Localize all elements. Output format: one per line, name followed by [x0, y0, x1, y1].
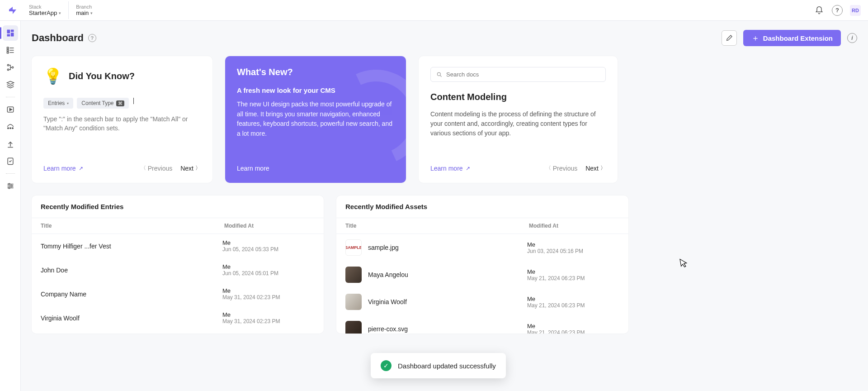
recent-assets-list[interactable]: SAMPLEsample.jpgMeJun 03, 2024 05:16 PMM… — [336, 234, 628, 334]
svg-point-24 — [8, 187, 9, 189]
item-title: sample.jpg — [368, 244, 527, 251]
svg-point-17 — [12, 128, 13, 129]
help-icon[interactable]: ? — [832, 5, 843, 16]
chevron-down-icon: ▾ — [90, 11, 93, 15]
docs-card: Content Modeling Content modeling is the… — [419, 56, 618, 183]
sidebar-item-tasks[interactable] — [3, 153, 18, 169]
svg-rect-4 — [7, 47, 8, 48]
recent-entries-list[interactable]: Tommy Hilfiger ...fer VestMeJun 05, 2024… — [32, 234, 324, 334]
svg-point-15 — [7, 128, 9, 129]
modified-at: May 21, 2024 06:23 PM — [527, 275, 618, 281]
item-meta: MeMay 31, 2024 02:23 PM — [222, 311, 313, 324]
modified-by: Me — [527, 268, 618, 275]
recent-entries-header: Recently Modified Entries — [32, 196, 324, 218]
item-title: pierre-cox.svg — [368, 325, 527, 333]
keyboard-icon: ⌘ — [116, 100, 124, 106]
svg-point-12 — [12, 67, 13, 68]
modified-at: Jun 03, 2024 05:16 PM — [527, 248, 618, 254]
chevron-left-icon: 〈 — [546, 164, 551, 172]
modified-by: Me — [222, 263, 313, 270]
sidebar-item-settings[interactable] — [3, 178, 18, 194]
item-meta: MeMay 21, 2024 06:23 PM — [527, 296, 618, 309]
list-item[interactable]: Virginia WoolfMeMay 31, 2024 02:23 PM — [32, 306, 322, 330]
svg-point-16 — [9, 128, 11, 129]
asset-thumbnail — [345, 294, 362, 310]
asset-thumbnail — [345, 267, 362, 283]
list-item[interactable]: Tommy Hilfiger ...fer VestMeJun 05, 2024… — [32, 234, 322, 258]
sidebar-separator — [6, 173, 15, 174]
help-icon[interactable]: ? — [88, 34, 96, 42]
learn-more-link[interactable]: Learn more↗ — [43, 165, 83, 172]
sidebar-item-upload[interactable] — [3, 136, 18, 152]
modified-at: May 31, 2024 02:23 PM — [222, 294, 313, 300]
list-item[interactable]: Maya AngelouMeMay 21, 2024 06:23 PM — [336, 261, 627, 288]
svg-rect-3 — [7, 34, 10, 37]
next-button[interactable]: Next〉 — [585, 164, 606, 172]
chevron-down-icon: ▾ — [67, 101, 69, 105]
item-title: Virginia Woolf — [41, 315, 222, 322]
sidebar-item-releases[interactable] — [3, 119, 18, 134]
list-item[interactable]: John DoeMeJun 05, 2024 05:01 PM — [32, 258, 322, 282]
sidebar-item-assets[interactable] — [3, 77, 18, 92]
toast-message: Dashboard updated successfully — [398, 362, 496, 370]
edit-button[interactable] — [722, 30, 737, 46]
previous-button[interactable]: 〈Previous — [546, 164, 577, 172]
app-logo[interactable] — [7, 5, 18, 16]
column-title: Title — [345, 223, 529, 229]
text-cursor — [133, 98, 134, 104]
content-type-tag[interactable]: Content Type⌘ — [77, 98, 128, 109]
item-title: Tommy Hilfiger ...fer Vest — [41, 243, 222, 250]
main-content: Dashboard ? ＋ Dashboard Extension i 💡 Di… — [21, 21, 868, 391]
list-item[interactable]: Virginia WoolfMeMay 21, 2024 06:23 PM — [336, 288, 627, 315]
sidebar-item-content-types[interactable] — [3, 60, 18, 75]
svg-point-10 — [7, 64, 9, 66]
info-icon[interactable]: i — [847, 33, 857, 43]
stack-label: Stack — [29, 4, 61, 10]
cards-row: 💡 Did You Know? Entries▾ Content Type⌘ T… — [32, 56, 857, 183]
modified-at: Jun 05, 2024 05:01 PM — [222, 270, 313, 277]
search-icon — [436, 72, 443, 78]
stack-selector[interactable]: Stack StarterApp▾ — [29, 1, 68, 19]
sidebar-item-entries[interactable] — [3, 43, 18, 58]
svg-rect-8 — [7, 52, 8, 53]
sidebar-item-dashboard[interactable] — [3, 25, 18, 41]
whats-new-body: The new UI design packs the most powerfu… — [237, 100, 394, 139]
item-title: Virginia Woolf — [368, 298, 527, 305]
list-item[interactable]: SAMPLEsample.jpgMeJun 03, 2024 05:16 PM — [336, 234, 627, 261]
list-item[interactable]: Company NameMeMay 31, 2024 02:23 PM — [32, 282, 322, 306]
modified-by: Me — [222, 239, 313, 246]
modified-by: Me — [222, 287, 313, 294]
list-item[interactable]: pierre-cox.svgMeMay 21, 2024 06:23 PM — [336, 315, 627, 334]
modified-at: Jun 05, 2024 05:33 PM — [222, 246, 313, 253]
svg-point-22 — [10, 185, 12, 186]
column-modified: Modified At — [224, 223, 315, 229]
modified-by: Me — [527, 296, 618, 302]
whats-new-title: What's New? — [237, 67, 394, 77]
docs-body: Content modeling is the process of defin… — [430, 110, 606, 138]
previous-button[interactable]: 〈Previous — [141, 164, 172, 172]
did-you-know-title: Did You Know? — [69, 71, 135, 81]
dashboard-extension-button[interactable]: ＋ Dashboard Extension — [743, 30, 841, 46]
list-item[interactable]: Jane AustenMe — [32, 330, 322, 334]
check-icon: ✓ — [381, 360, 392, 371]
chevron-down-icon: ▾ — [59, 11, 61, 15]
recent-assets-header: Recently Modified Assets — [336, 196, 628, 218]
sidebar-item-publish[interactable] — [3, 102, 18, 117]
learn-more-link[interactable]: Learn more↗ — [430, 165, 470, 172]
chevron-right-icon: 〉 — [195, 164, 201, 172]
branch-selector[interactable]: Branch main▾ — [68, 1, 100, 19]
item-meta: MeJun 05, 2024 05:33 PM — [222, 239, 313, 253]
modified-by: Me — [527, 241, 618, 248]
svg-line-26 — [440, 75, 442, 76]
learn-more-link[interactable]: Learn more — [237, 165, 269, 172]
entries-tag[interactable]: Entries▾ — [43, 98, 73, 109]
search-docs-input[interactable] — [430, 67, 606, 82]
user-avatar[interactable]: RD — [850, 5, 861, 16]
search-docs-field[interactable] — [446, 71, 600, 78]
next-button[interactable]: Next〉 — [180, 164, 201, 172]
chevron-right-icon: 〉 — [600, 164, 606, 172]
branch-label: Branch — [76, 4, 93, 10]
notifications-icon[interactable] — [814, 5, 825, 16]
svg-point-20 — [8, 183, 9, 185]
recent-assets-card: Recently Modified Assets Title Modified … — [336, 196, 628, 334]
